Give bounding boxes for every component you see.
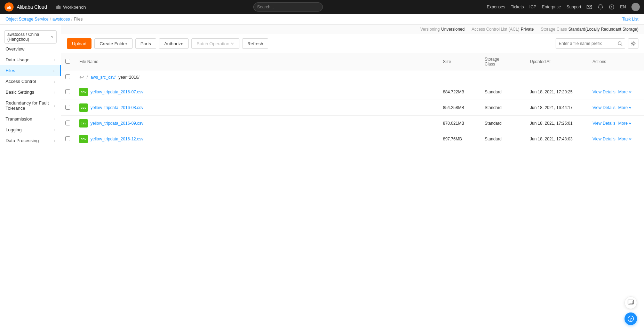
more-dropdown-3[interactable]: More (618, 121, 632, 126)
file-link-4[interactable]: yellow_tripdata_2016-12.csv (90, 137, 143, 141)
table-row: CSV yellow_tripdata_2016-09.csv 870.021M… (61, 116, 644, 131)
task-list-button[interactable]: Task List (622, 17, 638, 22)
view-details-3[interactable]: View Details (593, 121, 615, 126)
chevron-right-icon-ac: › (54, 79, 55, 84)
logo-text: Alibaba Cloud (17, 4, 47, 10)
chevron-down-icon (51, 35, 54, 39)
folder-link[interactable]: aws_src_csv/ (90, 75, 116, 80)
view-details-1[interactable]: View Details (593, 90, 615, 94)
file-search-input[interactable] (556, 38, 625, 49)
file-storage-class-3: Standard (480, 116, 526, 131)
bucket-selector[interactable]: awstooss / China (Hangzhou) (4, 30, 57, 44)
more-dropdown-1[interactable]: More (618, 90, 632, 94)
nav-icp[interactable]: ICP (530, 5, 536, 9)
chevron-right-icon-bs: › (54, 90, 55, 94)
bottom-right-actions: ? (625, 296, 637, 325)
file-link-2[interactable]: yellow_tripdata_2016-08.csv (90, 105, 143, 110)
file-size-3: 870.021MB (439, 116, 480, 131)
chat-button[interactable] (625, 296, 637, 309)
sidebar-item-data-usage[interactable]: Data Usage › (0, 54, 61, 65)
chevron-right-icon-red: › (54, 103, 55, 108)
chevron-down-batch-icon (231, 42, 234, 45)
sidebar-label-basic-settings: Basic Settings (6, 90, 34, 95)
content-area: Versioning Unversioned Access Control Li… (61, 25, 644, 330)
upload-button[interactable]: Upload (67, 38, 92, 49)
folder-actions (588, 70, 644, 84)
nav-support[interactable]: Support (566, 5, 581, 9)
sidebar: awstooss / China (Hangzhou) Overview Dat… (0, 25, 61, 330)
file-name-cell-2: CSV yellow_tripdata_2016-08.csv (79, 103, 435, 112)
sidebar-item-transmission[interactable]: Transmission › (0, 114, 61, 124)
file-storage-class-4: Standard (480, 131, 526, 147)
folder-storage-class (480, 70, 526, 84)
nav-search-input[interactable] (253, 2, 323, 11)
row-checkbox-1[interactable] (65, 89, 70, 94)
file-table: File Name Size StorageClass Updated At A (61, 53, 644, 147)
file-storage-class-2: Standard (480, 100, 526, 116)
sidebar-item-basic-settings[interactable]: Basic Settings › (0, 87, 61, 98)
sidebar-label-files: Files (6, 68, 15, 73)
nav-right: Expenses Tickets ICP Enterprise Support … (487, 3, 640, 11)
sidebar-item-data-processing[interactable]: Data Processing › (0, 135, 61, 146)
acl-label: Access Control List (ACL) (471, 27, 519, 32)
search-area (95, 2, 482, 11)
search-icon[interactable] (618, 41, 622, 46)
table-row: ↩ / aws_src_csv/ year=2016/ (61, 70, 644, 84)
more-dropdown-4[interactable]: More (618, 137, 632, 141)
row-checkbox-2[interactable] (65, 105, 70, 110)
nav-expenses[interactable]: Expenses (487, 5, 505, 9)
versioning-info: Versioning Unversioned (420, 27, 464, 32)
logo[interactable]: ali Alibaba Cloud (4, 2, 47, 12)
breadcrumb: Object Storage Service / awstooss / File… (6, 17, 82, 22)
breadcrumb-bucket[interactable]: awstooss (53, 17, 70, 22)
sidebar-item-files[interactable]: Files › (0, 65, 61, 76)
csv-icon-4: CSV (79, 135, 88, 143)
view-details-2[interactable]: View Details (593, 105, 615, 110)
sidebar-item-access-control[interactable]: Access Control › (0, 76, 61, 87)
help-icon[interactable]: ? (609, 4, 614, 10)
home-icon (56, 5, 61, 9)
file-link-3[interactable]: yellow_tripdata_2016-09.csv (90, 121, 143, 126)
sidebar-item-overview[interactable]: Overview (0, 44, 61, 54)
create-folder-button[interactable]: Create Folder (94, 38, 132, 49)
file-name-cell-1: CSV yellow_tripdata_2016-07.csv (79, 88, 435, 96)
view-details-4[interactable]: View Details (593, 137, 615, 141)
actions-cell-1: View Details More (593, 90, 640, 94)
folder-updated-at (526, 70, 588, 84)
authorize-button[interactable]: Authorize (159, 38, 189, 49)
file-link-1[interactable]: yellow_tripdata_2016-07.csv (90, 90, 143, 94)
batch-operation-button[interactable]: Batch Operation (191, 38, 239, 49)
col-storage-class: StorageClass (480, 53, 526, 70)
column-settings-button[interactable] (628, 38, 638, 49)
actions-cell-3: View Details More (593, 121, 640, 126)
parts-button[interactable]: Parts (135, 38, 156, 49)
search-area-files (556, 38, 638, 49)
chevron-down-more-icon-4 (628, 137, 632, 141)
csv-icon-1: CSV (79, 88, 88, 96)
help-float-button[interactable]: ? (625, 312, 637, 325)
row-checkbox-3[interactable] (65, 121, 70, 125)
col-actions: Actions (588, 53, 644, 70)
bell-icon[interactable] (598, 4, 603, 10)
file-size-2: 854.258MB (439, 100, 480, 116)
select-all-checkbox[interactable] (65, 59, 70, 64)
nav-tickets[interactable]: Tickets (511, 5, 524, 9)
sidebar-item-redundancy[interactable]: Redundancy for Fault Tolerance › (0, 98, 61, 114)
actions-cell-4: View Details More (593, 137, 640, 141)
sidebar-label-overview: Overview (6, 46, 24, 52)
nav-enterprise[interactable]: Enterprise (542, 5, 561, 9)
workbench-nav[interactable]: Workbench (53, 5, 89, 10)
col-size: Size (439, 53, 480, 70)
nav-lang[interactable]: EN (620, 5, 626, 9)
svg-rect-2 (56, 6, 61, 9)
svg-text:ali: ali (7, 5, 11, 9)
row-checkbox-4[interactable] (65, 136, 70, 141)
breadcrumb-oss[interactable]: Object Storage Service (6, 17, 48, 22)
refresh-button[interactable]: Refresh (242, 38, 269, 49)
sidebar-label-data-usage: Data Usage (6, 57, 30, 62)
sidebar-item-logging[interactable]: Logging › (0, 124, 61, 135)
more-dropdown-2[interactable]: More (618, 105, 632, 110)
avatar[interactable] (631, 3, 640, 11)
mail-icon[interactable] (587, 4, 592, 10)
row-checkbox-folder[interactable] (65, 74, 70, 79)
